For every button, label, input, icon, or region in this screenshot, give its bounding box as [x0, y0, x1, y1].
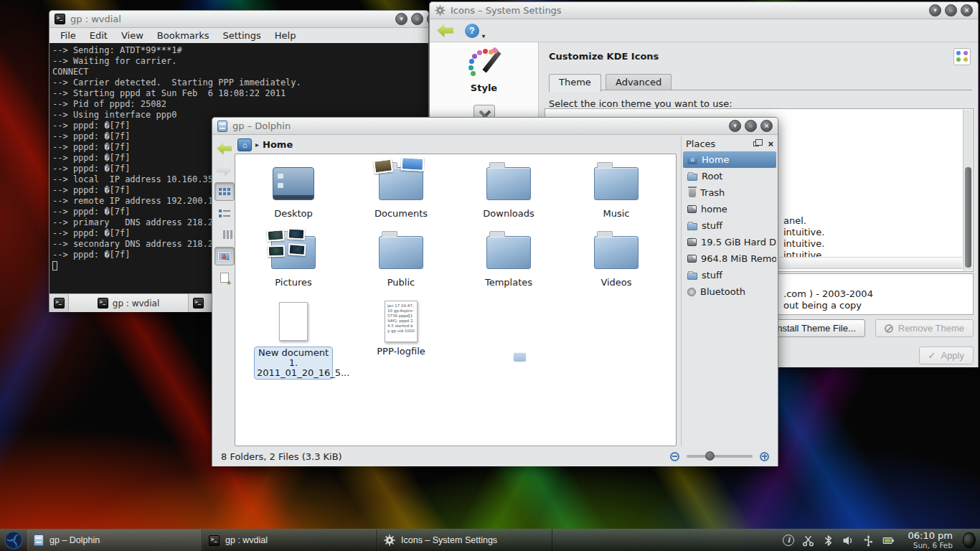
places-item-hard-drive[interactable]: 19.5 GiB Hard Drive	[683, 234, 776, 250]
preview-icon	[218, 252, 230, 261]
file-item-music[interactable]: Music	[562, 161, 670, 219]
documents-folder-icon	[379, 167, 423, 200]
close-panel-icon[interactable]: ×	[768, 139, 773, 149]
file-item-downloads[interactable]: Downloads	[455, 161, 562, 219]
menu-bookmarks[interactable]: Bookmarks	[157, 30, 209, 41]
task-system-settings[interactable]: Icons – System Settings	[377, 529, 552, 551]
folder-view[interactable]: Desktop Documents Downloads Music	[235, 154, 677, 446]
clock[interactable]: 06:10 pm Sun, 6 Feb	[902, 529, 958, 551]
file-item-pictures[interactable]: Pictures	[240, 230, 347, 288]
minimize-button[interactable]	[929, 4, 941, 17]
file-item-videos[interactable]: Videos	[562, 230, 670, 288]
places-item-root[interactable]: Root	[683, 168, 776, 184]
zoom-out-icon[interactable]	[670, 452, 679, 461]
zoom-slider[interactable]	[687, 455, 753, 458]
menu-help[interactable]: Help	[275, 30, 296, 41]
places-item-stuff2[interactable]: stuff	[683, 267, 776, 283]
task-wvdial[interactable]: gp : wvdial	[202, 529, 377, 551]
file-cabinet-icon	[217, 121, 227, 132]
task-dolphin[interactable]: gp – Dolphin	[27, 529, 202, 551]
zoom-in-icon[interactable]	[760, 452, 769, 461]
style-icon	[468, 50, 501, 80]
file-item-templates[interactable]: Templates	[455, 230, 562, 288]
trash-icon	[689, 189, 696, 197]
forbidden-icon	[885, 324, 893, 333]
split-view-button[interactable]	[215, 268, 235, 287]
tab-list-button[interactable]	[189, 294, 207, 312]
places-item-bluetooth[interactable]: Bluetooth	[683, 283, 776, 300]
maximize-button[interactable]	[745, 120, 757, 132]
theme-list-text: anel. intuitive. intuitive. intuitive.	[783, 215, 824, 261]
apply-button[interactable]: ✓ Apply	[919, 347, 974, 364]
file-item-ppp-logfile[interactable]: Jan 17 09:47:18 gp-Aspire-5738 pppd[1946…	[347, 299, 455, 380]
forward-button[interactable]	[215, 161, 235, 179]
tab-theme[interactable]: Theme	[549, 74, 601, 92]
file-item-public[interactable]: Public	[347, 230, 455, 288]
file-label: Desktop	[274, 209, 313, 219]
terminal-cursor	[52, 261, 57, 270]
minimize-button[interactable]	[395, 13, 407, 25]
window-title: gp : wvdial	[70, 14, 121, 24]
folder-icon	[486, 236, 531, 269]
maximize-button[interactable]	[411, 13, 423, 25]
gear-icon	[384, 534, 395, 546]
zoom-slider-handle[interactable]	[705, 451, 715, 461]
maximize-button[interactable]	[945, 4, 957, 17]
info-icon[interactable]	[783, 534, 794, 546]
minimize-button[interactable]	[729, 120, 741, 132]
tab-advanced[interactable]: Advanced	[606, 74, 672, 90]
places-item-home[interactable]: ⌂ Home	[683, 151, 776, 168]
menu-file[interactable]: File	[60, 30, 76, 41]
menu-view[interactable]: View	[121, 30, 143, 41]
terminal-titlebar[interactable]: gp : wvdial	[50, 11, 428, 28]
kde-menu-button[interactable]	[0, 529, 27, 551]
terminal-tab-label: gp : wvdial	[113, 298, 159, 309]
file-item-desktop[interactable]: Desktop	[240, 161, 347, 219]
dolphin-statusbar: 8 Folders, 2 Files (3.3 KiB)	[212, 446, 778, 466]
places-item-stuff[interactable]: stuff	[683, 217, 776, 234]
detach-panel-icon[interactable]	[753, 141, 759, 146]
terminal-tab[interactable]: gp : wvdial	[68, 294, 189, 312]
close-button[interactable]	[760, 120, 773, 132]
sidebar-item-style[interactable]: Style	[430, 50, 538, 93]
dolphin-titlebar[interactable]: gp – Dolphin	[212, 118, 778, 135]
places-item-trash[interactable]: Trash	[683, 184, 776, 201]
file-label: Public	[387, 278, 415, 288]
home-icon[interactable]: ⌂	[237, 138, 252, 151]
settings-titlebar[interactable]: Icons – System Settings	[430, 2, 978, 19]
status-text: 8 Folders, 2 Files (3.3 KiB)	[221, 451, 342, 462]
instruction-text: Select the icon theme you want to use:	[549, 98, 968, 109]
back-button[interactable]	[215, 139, 235, 158]
details-view-button[interactable]	[215, 204, 235, 222]
menu-edit[interactable]: Edit	[90, 30, 108, 41]
window-title: Icons – System Settings	[451, 5, 562, 16]
bluetooth-icon[interactable]	[822, 534, 834, 547]
remove-theme-button[interactable]: Remove Theme	[875, 319, 974, 337]
file-item-new-document[interactable]: New document 1. 2011_01_20_16_5...	[240, 299, 347, 380]
panel-toolbox-icon[interactable]	[958, 529, 980, 551]
folder-icon	[594, 236, 639, 269]
breadcrumb-location[interactable]: Home	[263, 139, 293, 150]
menu-settings[interactable]: Settings	[222, 30, 260, 41]
close-button[interactable]	[961, 4, 973, 17]
scrollbar[interactable]	[963, 110, 972, 270]
columns-view-button[interactable]	[215, 225, 235, 244]
apply-row: ✓ Apply	[919, 347, 974, 364]
terminal-line: --> Waiting for carrier.	[52, 56, 428, 67]
terminal-icon	[193, 298, 204, 309]
scissors-icon[interactable]	[802, 534, 814, 547]
help-icon[interactable]: ?▾	[465, 24, 479, 38]
volume-icon[interactable]	[842, 534, 854, 547]
places-item-home-drive[interactable]: home	[683, 201, 776, 217]
new-tab-button[interactable]	[50, 294, 68, 312]
back-arrow-icon[interactable]	[437, 24, 453, 37]
usb-icon[interactable]	[862, 534, 875, 547]
file-item-documents[interactable]: Documents	[347, 161, 455, 219]
places-item-removable[interactable]: 964.8 MiB Remov...	[683, 250, 776, 267]
scrollbar-thumb[interactable]	[965, 167, 971, 268]
preview-button[interactable]	[215, 247, 235, 265]
folder-icon	[687, 174, 697, 181]
drive-icon	[687, 238, 697, 246]
battery-icon[interactable]	[882, 534, 895, 547]
icons-view-button[interactable]	[215, 182, 235, 201]
